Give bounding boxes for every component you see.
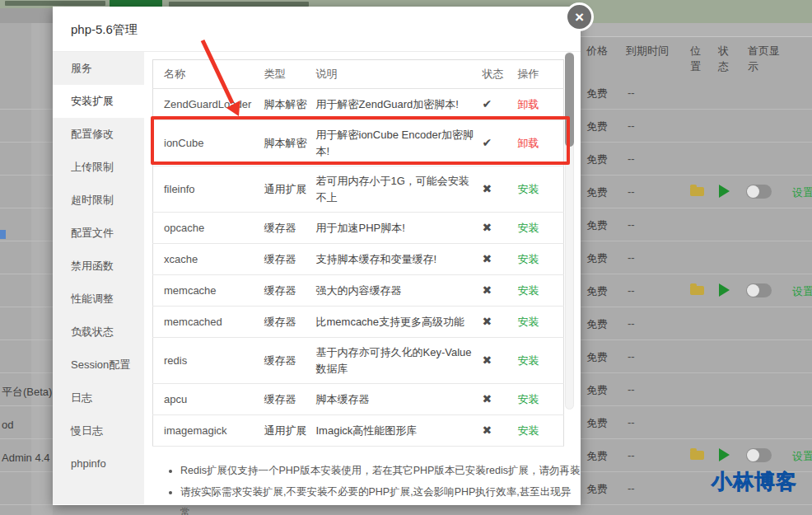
extension-status: ✖ [483, 166, 518, 213]
header-type: 类型 [264, 60, 316, 89]
extension-type: 通用扩展 [264, 166, 316, 213]
bg-price: 免费 [586, 185, 608, 200]
install-link[interactable]: 安装 [518, 354, 539, 367]
background-page-body [0, 8, 53, 23]
background-table-header: 价格 到期时间 位置 状态 首页显示 [581, 40, 812, 77]
homepage-toggle[interactable] [746, 448, 772, 462]
extension-desc: 用于加速PHP脚本! [316, 213, 483, 244]
sidebar-item-性能调整[interactable]: 性能调整 [53, 283, 144, 316]
extension-status: ✖ [483, 384, 518, 415]
extension-row-memcached: memcached缓存器比memcache支持更多高级功能✖安装 [153, 307, 564, 338]
sidebar-item-phpinfo[interactable]: phpinfo [53, 447, 144, 480]
extension-desc: 若可用内存小于1G，可能会安装不上 [316, 166, 483, 213]
extension-action-cell: 安装 [518, 307, 564, 338]
extension-row-memcache: memcache缓存器强大的内容缓存器✖安装 [153, 275, 564, 307]
background-menu-item-fragment[interactable]: od [2, 419, 13, 431]
background-menu-item-fragment[interactable]: Admin 4.4 [2, 452, 50, 464]
sidebar-item-禁用函数[interactable]: 禁用函数 [53, 250, 144, 283]
sidebar-item-服务[interactable]: 服务 [53, 52, 144, 85]
extension-action-cell: 安装 [518, 384, 564, 415]
extension-name: memcache [153, 275, 264, 307]
column-status: 状态 [718, 44, 731, 75]
sidebar-item-日志[interactable]: 日志 [53, 382, 144, 414]
extension-desc: 用于解密ZendGuard加密脚本! [316, 89, 483, 120]
not-installed-x-icon: ✖ [483, 353, 492, 367]
homepage-toggle[interactable] [746, 283, 772, 297]
bg-expire: -- [628, 87, 635, 99]
uninstall-link[interactable]: 卸载 [518, 98, 539, 110]
background-toolbar-strip [581, 23, 812, 37]
homepage-toggle[interactable] [746, 185, 772, 199]
sidebar-item-安装扩展[interactable]: 安装扩展 [53, 85, 144, 118]
background-menu-item-fragment[interactable]: 平台(Beta) [2, 385, 52, 400]
not-installed-x-icon: ✖ [483, 283, 492, 297]
bg-expire: -- [628, 317, 635, 330]
settings-link[interactable]: 设置 [792, 449, 812, 464]
column-position: 位置 [690, 44, 703, 75]
php-manage-modal: php-5.6管理 服务安装扩展配置修改上传限制超时限制配置文件禁用函数性能调整… [53, 7, 581, 505]
settings-link[interactable]: 设置 [792, 185, 812, 200]
column-expire: 到期时间 [626, 44, 669, 59]
sidebar-item-负载状态[interactable]: 负载状态 [53, 316, 144, 349]
extension-name: apcu [153, 384, 264, 415]
modal-sidebar: 服务安装扩展配置修改上传限制超时限制配置文件禁用函数性能调整负载状态Sessio… [53, 52, 144, 504]
play-icon[interactable] [719, 283, 730, 297]
bg-expire: -- [628, 416, 635, 428]
column-homepage: 首页显示 [748, 44, 784, 75]
folder-icon[interactable] [690, 286, 704, 295]
extension-type: 缓存器 [264, 384, 316, 415]
extension-row-fileinfo: fileinfo通用扩展若可用内存小于1G，可能会安装不上✖安装 [153, 166, 564, 213]
extension-desc: Imagick高性能图形库 [316, 415, 483, 447]
install-link[interactable]: 安装 [518, 253, 539, 265]
extension-action-cell: 卸载 [518, 89, 564, 120]
extension-row-apcu: apcu缓存器脚本缓存器✖安装 [153, 384, 564, 415]
extension-name: xcache [153, 244, 264, 275]
extension-type: 脚本解密 [264, 120, 316, 166]
extension-row-xcache: xcache缓存器支持脚本缓存和变量缓存!✖安装 [153, 244, 564, 275]
play-icon[interactable] [719, 185, 730, 198]
install-link[interactable]: 安装 [518, 393, 539, 405]
bg-price: 免费 [586, 218, 608, 233]
install-link[interactable]: 安装 [518, 183, 539, 195]
sidebar-item-超时限制[interactable]: 超时限制 [53, 184, 144, 217]
table-scrollbar-track[interactable] [565, 52, 574, 410]
extension-desc: 支持脚本缓存和变量缓存! [316, 244, 483, 275]
background-left-row-lines [0, 77, 53, 515]
extension-status: ✖ [483, 338, 518, 384]
uninstall-link[interactable]: 卸载 [518, 137, 539, 149]
table-scrollbar-thumb[interactable] [565, 53, 574, 147]
extensions-table-header-row: 名称 类型 说明 状态 操作 [153, 60, 564, 89]
extension-action-cell: 安装 [518, 338, 564, 384]
install-link[interactable]: 安装 [518, 284, 539, 297]
extension-action-cell: 安装 [518, 415, 564, 447]
sidebar-item-Session配置[interactable]: Session配置 [53, 349, 144, 382]
extension-status: ✖ [483, 415, 518, 447]
sidebar-item-配置修改[interactable]: 配置修改 [53, 118, 144, 151]
extension-desc: 用于解密ionCube Encoder加密脚本! [316, 120, 483, 166]
folder-icon[interactable] [690, 187, 704, 196]
sidebar-item-配置文件[interactable]: 配置文件 [53, 217, 144, 250]
bg-expire: -- [628, 350, 635, 363]
extension-desc: 比memcache支持更多高级功能 [316, 307, 483, 338]
play-icon[interactable] [719, 448, 730, 461]
install-link[interactable]: 安装 [518, 222, 539, 234]
install-link[interactable]: 安装 [518, 424, 539, 437]
bg-price: 免费 [586, 317, 608, 332]
bg-expire: -- [628, 449, 635, 461]
extension-action-cell: 安装 [518, 275, 564, 307]
bg-table-row: 免费-- [581, 143, 812, 176]
sidebar-item-上传限制[interactable]: 上传限制 [53, 151, 144, 184]
bg-table-row: 免费--设置 [581, 439, 812, 472]
bg-table-row: 免费-- [581, 373, 812, 406]
folder-icon[interactable] [690, 451, 704, 460]
bg-price: 免费 [586, 119, 608, 134]
extension-status: ✖ [483, 244, 518, 275]
close-icon[interactable]: × [565, 2, 594, 31]
settings-link[interactable]: 设置 [792, 284, 812, 299]
sidebar-item-慢日志[interactable]: 慢日志 [53, 414, 144, 447]
modal-title: php-5.6管理 [53, 7, 581, 52]
extension-status: ✔ [483, 120, 518, 166]
install-link[interactable]: 安装 [518, 316, 539, 328]
extension-row-ZendGuardLoader: ZendGuardLoader脚本解密用于解密ZendGuard加密脚本!✔卸载 [153, 89, 564, 120]
installed-check-icon: ✔ [483, 97, 492, 110]
